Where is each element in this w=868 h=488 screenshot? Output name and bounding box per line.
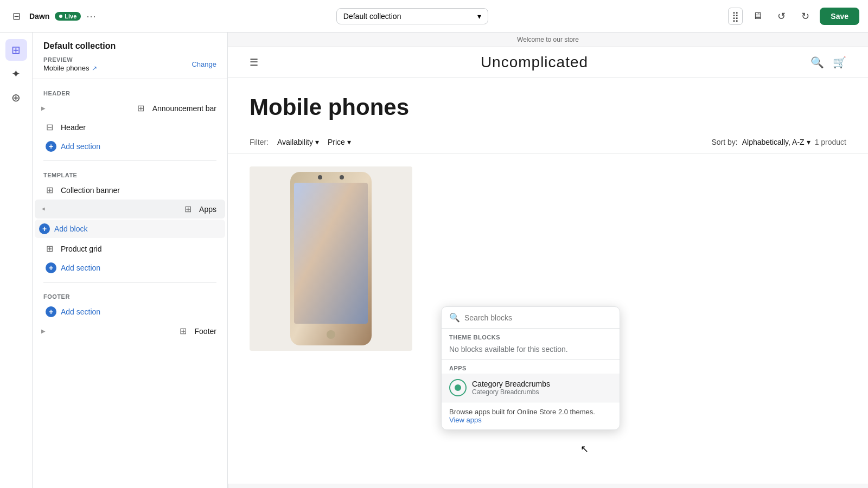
sidebar-item-footer[interactable]: ▶ ⊞ Footer xyxy=(35,322,225,341)
change-button[interactable]: Change xyxy=(192,60,216,68)
add-circle-block: + xyxy=(39,223,50,234)
hamburger-icon[interactable]: ☰ xyxy=(250,56,258,68)
chevron-availability: ▾ xyxy=(315,138,319,146)
app-icon-circle xyxy=(449,379,467,396)
theme-settings-button[interactable]: ✦ xyxy=(5,63,27,85)
no-blocks-text: No blocks available for this section. xyxy=(442,343,620,359)
live-label: Live xyxy=(65,13,76,20)
sections-nav-button[interactable]: ⊞ xyxy=(5,39,27,61)
product-grid-label: Product grid xyxy=(61,245,101,253)
add-section-template-button[interactable]: + Add section xyxy=(33,258,227,278)
add-section-header-button[interactable]: + Add section xyxy=(33,137,227,156)
category-breadcrumbs-item[interactable]: Category Breadcrumbs Category Breadcrumb… xyxy=(442,374,620,402)
live-dot xyxy=(59,15,62,18)
external-link-icon[interactable]: ↗ xyxy=(92,65,97,72)
sidebar-title: Default collection xyxy=(43,41,216,51)
theme-blocks-label: THEME BLOCKS xyxy=(442,329,620,343)
sidebar-item-apps[interactable]: ▼ ⊞ Apps xyxy=(35,200,225,219)
sidebar-item-collection-banner[interactable]: ⊞ Collection banner xyxy=(35,181,225,200)
apps-blocks-label: APPS xyxy=(442,359,620,374)
product-card[interactable] xyxy=(250,166,412,351)
search-blocks-input-wrap: 🔍 xyxy=(442,307,620,329)
store-logo: Uncomplicated xyxy=(481,54,588,71)
sidebar-header: Default collection PREVIEW Mobile phones… xyxy=(33,33,227,79)
view-apps-link[interactable]: View apps xyxy=(449,416,482,424)
search-icon: 🔍 xyxy=(449,312,460,323)
store-nav-icons: 🔍 🛒 xyxy=(810,56,846,69)
more-button[interactable]: ⋯ xyxy=(86,10,96,22)
add-section-header-label: Add section xyxy=(61,142,100,151)
collection-select[interactable]: Default collection ▾ xyxy=(336,8,488,24)
svg-point-3 xyxy=(340,175,344,179)
sort-value: Alphabetically, A-Z xyxy=(742,138,805,146)
live-badge: Live xyxy=(55,12,81,21)
add-circle-footer: + xyxy=(46,306,56,317)
app-icon-dot xyxy=(455,384,461,391)
chevron-down-icon: ▾ xyxy=(477,12,481,21)
topbar-right: ⣿ 🖥 ↺ ↻ Save xyxy=(728,7,859,25)
preview-label: PREVIEW xyxy=(43,56,97,63)
footer-icon: ⊞ xyxy=(177,326,189,336)
expand-arrow-footer: ▶ xyxy=(41,328,46,334)
home-icon[interactable]: ⊟ xyxy=(9,9,24,24)
availability-label: Availability xyxy=(277,138,313,146)
redo-button[interactable]: ↻ xyxy=(796,7,814,25)
topbar: ⊟ Dawn Live ⋯ Default collection ▾ ⣿ 🖥 ↺… xyxy=(0,0,868,33)
chevron-price: ▾ xyxy=(347,138,351,146)
expand-arrow-announcement: ▶ xyxy=(41,105,46,111)
product-count: 1 product xyxy=(815,138,846,146)
save-button[interactable]: Save xyxy=(820,8,859,25)
browse-apps-description: Browse apps built for Online Store 2.0 t… xyxy=(449,408,595,416)
undo-button[interactable]: ↺ xyxy=(772,7,790,25)
sort-area: Sort by: Alphabetically, A-Z ▾ 1 product xyxy=(711,138,846,146)
phone-illustration xyxy=(271,166,391,351)
sidebar-content: HEADER ▶ ⊞ Announcement bar ⊟ Header + A… xyxy=(33,79,227,488)
browse-apps-text: Browse apps built for Online Store 2.0 t… xyxy=(442,402,620,429)
store-navbar: ☰ Uncomplicated 🔍 🛒 xyxy=(228,47,868,78)
apps-icon: ⊞ xyxy=(182,204,194,214)
divider-1 xyxy=(43,160,216,161)
scrollbar[interactable] xyxy=(228,484,234,488)
topbar-left: ⊟ Dawn Live ⋯ xyxy=(9,9,96,24)
add-block-label: Add block xyxy=(54,224,87,233)
cart-icon[interactable]: 🛒 xyxy=(833,56,846,69)
desktop-icon[interactable]: 🖥 xyxy=(748,7,767,25)
availability-filter[interactable]: Availability ▾ xyxy=(277,138,319,146)
product-grid-icon: ⊞ xyxy=(43,243,55,254)
announcement-text: Welcome to our store xyxy=(517,36,579,43)
add-block-button[interactable]: + Add block xyxy=(35,220,225,238)
sort-by-label: Sort by: xyxy=(711,138,737,146)
app-block-name: Category Breadcrumbs xyxy=(472,380,550,388)
template-section-label: TEMPLATE xyxy=(33,165,227,181)
sidebar-preview: PREVIEW Mobile phones ↗ Change xyxy=(43,56,216,72)
sidebar-item-product-grid[interactable]: ⊞ Product grid xyxy=(35,239,225,258)
preview-page-name: Mobile phones xyxy=(43,64,90,72)
announcement-bar-label: Announcement bar xyxy=(152,104,216,113)
sidebar-item-header[interactable]: ⊟ Header xyxy=(35,118,225,137)
footer-section-label: FOOTER xyxy=(33,287,227,302)
sort-dropdown[interactable]: Alphabetically, A-Z ▾ xyxy=(742,138,810,146)
svg-rect-1 xyxy=(294,183,368,324)
left-nav: ⊞ ✦ ⊕ xyxy=(0,33,33,488)
apps-label: Apps xyxy=(199,205,216,214)
search-blocks-input[interactable] xyxy=(464,313,612,322)
chevron-sort: ▾ xyxy=(807,138,810,146)
collection-select-value: Default collection xyxy=(343,12,401,21)
preview-value: Mobile phones ↗ xyxy=(43,64,97,72)
app-block-info: Category Breadcrumbs Category Breadcrumb… xyxy=(472,380,550,396)
sidebar: Default collection PREVIEW Mobile phones… xyxy=(33,33,228,488)
add-block-nav-button[interactable]: ⊕ xyxy=(5,87,27,108)
select-mode-button[interactable]: ⣿ xyxy=(728,8,743,25)
search-nav-icon[interactable]: 🔍 xyxy=(810,56,824,69)
price-filter[interactable]: Price ▾ xyxy=(328,138,351,146)
sidebar-item-announcement-bar[interactable]: ▶ ⊞ Announcement bar xyxy=(35,99,225,118)
preview-area: Welcome to our store ☰ Uncomplicated 🔍 🛒… xyxy=(228,33,868,488)
app-block-subtitle: Category Breadcrumbs xyxy=(472,388,550,396)
filter-label: Filter: xyxy=(250,138,269,146)
main-layout: ⊞ ✦ ⊕ Default collection PREVIEW Mobile … xyxy=(0,33,868,488)
filter-bar: Filter: Availability ▾ Price ▾ Sort by: … xyxy=(228,131,868,153)
add-section-footer-button[interactable]: + Add section xyxy=(33,302,227,322)
price-label: Price xyxy=(328,138,345,146)
blocks-dropdown: 🔍 THEME BLOCKS No blocks available for t… xyxy=(441,306,620,430)
store-announcement-banner: Welcome to our store xyxy=(228,33,868,47)
